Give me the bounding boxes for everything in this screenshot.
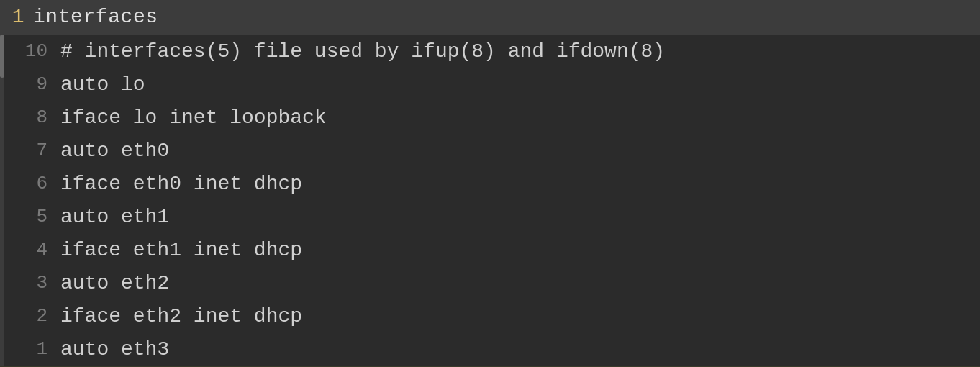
line-number: 5 [20, 206, 58, 227]
gutter-mark [5, 344, 15, 354]
gutter-area [0, 145, 20, 155]
table-row[interactable]: 7auto eth0 [0, 134, 980, 167]
line-number: 10 [20, 40, 58, 62]
table-row[interactable]: 8iface lo inet loopback [0, 101, 980, 134]
gutter-mark [5, 311, 15, 321]
line-number: 8 [20, 107, 58, 128]
line-content: # interfaces(5) file used by ifup(8) and… [58, 40, 665, 63]
line-number: 7 [20, 140, 58, 161]
gutter-area [0, 344, 20, 354]
line-content: iface eth2 inet dhcp [58, 305, 302, 327]
line-content: auto lo [58, 73, 145, 96]
line-content: iface lo inet loopback [58, 107, 327, 129]
gutter-area [0, 112, 20, 122]
lines-area: 10# interfaces(5) file used by ifup(8) a… [0, 35, 980, 367]
gutter-mark [5, 278, 15, 288]
line-number: 1 [20, 338, 58, 360]
gutter-mark [5, 178, 15, 189]
gutter-mark [5, 79, 15, 89]
gutter-area [0, 178, 20, 189]
editor-container: 1 interfaces 10# interfaces(5) file used… [0, 0, 980, 367]
gutter-mark [5, 245, 15, 255]
line-content: iface eth0 inet dhcp [58, 173, 302, 195]
lines-container: 10# interfaces(5) file used by ifup(8) a… [0, 35, 980, 367]
gutter-mark [5, 112, 15, 122]
table-row[interactable]: 5auto eth1 [0, 200, 980, 233]
title-text: interfaces [33, 2, 158, 32]
gutter-area [0, 311, 20, 321]
line-number: 6 [20, 173, 58, 194]
gutter-area [0, 46, 20, 56]
table-row[interactable]: 1auto eth3 [0, 332, 980, 366]
line-content: auto eth0 [58, 140, 169, 162]
line-content: iface eth1 inet dhcp [58, 239, 302, 261]
gutter-mark [5, 212, 15, 222]
line-number: 2 [20, 305, 58, 327]
title-bar: 1 interfaces [0, 0, 980, 35]
gutter-mark [5, 145, 15, 155]
line-content: auto eth3 [58, 338, 169, 361]
gutter-area [0, 79, 20, 89]
table-row[interactable]: 3auto eth2 [0, 266, 980, 299]
title-line-number: 1 [7, 2, 24, 32]
line-content: auto eth2 [58, 272, 169, 294]
line-content: auto eth1 [58, 206, 169, 228]
table-row[interactable]: 6iface eth0 inet dhcp [0, 167, 980, 200]
gutter-area [0, 278, 20, 288]
table-row[interactable]: 2iface eth2 inet dhcp [0, 299, 980, 332]
gutter-area [0, 212, 20, 222]
line-number: 4 [20, 239, 58, 260]
table-row[interactable]: 9auto lo [0, 68, 980, 101]
table-row[interactable]: 4iface eth1 inet dhcp [0, 233, 980, 266]
gutter-mark [5, 46, 15, 56]
line-number: 9 [20, 73, 58, 95]
gutter-area [0, 245, 20, 255]
line-number: 3 [20, 272, 58, 294]
table-row[interactable]: 10# interfaces(5) file used by ifup(8) a… [0, 35, 980, 68]
